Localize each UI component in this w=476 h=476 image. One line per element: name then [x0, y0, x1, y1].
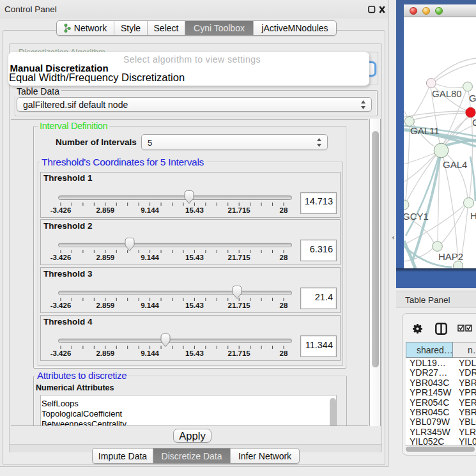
svg-text:GCY1: GCY1 — [404, 211, 429, 222]
svg-text:GAL80: GAL80 — [432, 88, 462, 99]
svg-text:H: H — [470, 210, 476, 221]
svg-text:GAL4: GAL4 — [443, 159, 467, 170]
svg-text:HAP2: HAP2 — [438, 251, 463, 262]
svg-text:GAL11: GAL11 — [410, 125, 440, 136]
svg-text:GAL: GAL — [469, 93, 476, 104]
svg-text:CB: CB — [472, 117, 476, 128]
